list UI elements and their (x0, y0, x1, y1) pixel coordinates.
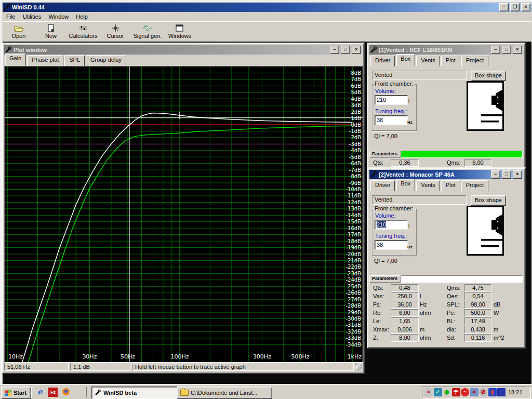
proj1-volume-input[interactable]: 210 (375, 95, 408, 105)
project2-titlebar[interactable]: [2]Vented : Monacor SP 46A − □ × (369, 170, 523, 179)
proj2-box-shape-button[interactable]: Box shape (471, 195, 506, 206)
project2-maximize-button[interactable]: □ (502, 170, 511, 179)
project2-minimize-button[interactable]: − (491, 170, 500, 179)
new-toolbar-button[interactable]: New (35, 22, 67, 43)
proj2-param-value: 0,438 (464, 326, 491, 334)
tab-group-delay[interactable]: Group delay (86, 55, 126, 66)
y-axis-label: 7dB (351, 76, 361, 82)
blocked-sign-tray-icon[interactable]: ⊘ (479, 388, 487, 396)
project1-titlebar[interactable]: [1]Vented : RCF L18/851KN − □ × (369, 45, 523, 55)
proj2-param-label: Xmax: (373, 326, 389, 332)
plot-window: Plot window − □ × GainPhase plotSPLGroup… (2, 43, 365, 374)
avira-umbrella-tray-icon[interactable]: ☂ (452, 388, 460, 396)
proj2-param-unit: ohm (420, 310, 431, 316)
proj1-tab-box[interactable]: Box (396, 54, 415, 66)
proj2-param-unit: l (420, 293, 421, 299)
menu-window[interactable]: Window (45, 13, 72, 20)
tab-spl[interactable]: SPL (64, 55, 85, 66)
proj2-param-value: 6,00 (391, 309, 419, 317)
wireless-tray-icon[interactable]: ◉ (443, 388, 451, 396)
proj2-param-unit: Hz (420, 301, 427, 308)
plot-close-button[interactable]: × (352, 46, 361, 54)
signal-gen-toolbar-button[interactable]: Signal gen. (131, 22, 164, 43)
battery-monitor-tray-icon[interactable]: ▮ (488, 388, 497, 396)
plot-window-title: Plot window (14, 47, 328, 53)
proj1-tab-driver[interactable]: Driver (370, 56, 395, 66)
curve-green[interactable] (26, 126, 352, 362)
winisd-window-icon (370, 171, 377, 179)
project2-title: [2]Vented : Monacor SP 46A (379, 171, 489, 178)
proj2-volume-input[interactable]: 210 (375, 220, 408, 230)
y-axis-label: -29dB (345, 310, 361, 315)
proj1-param-label: Qts: (373, 159, 383, 166)
y-axis-label: -5dB (349, 154, 361, 160)
proj2-tab-driver[interactable]: Driver (370, 180, 395, 191)
tab-phase-plot[interactable]: Phase plot (27, 55, 63, 66)
y-axis-label: -23dB (345, 271, 361, 276)
y-axis-label: 0dB (351, 122, 361, 128)
proj1-front-chamber-label: Front chamber: (374, 81, 415, 87)
plot-minimize-button[interactable]: − (330, 46, 339, 54)
proj1-tab-plot[interactable]: Plot (441, 56, 460, 66)
project1-maximize-button[interactable]: □ (502, 46, 511, 54)
project1-title: [1]Vented : RCF L18/851KN (379, 47, 489, 53)
y-axis-label: 8dB (351, 70, 361, 76)
proj1-box-shape-button[interactable]: Box shape (471, 71, 506, 81)
proj2-param-value: 17,49 (464, 317, 491, 325)
main-titlebar[interactable]: WinISD 0.44 − ❐ × (3, 3, 531, 12)
y-axis-label: -13dB (345, 206, 361, 211)
open-icon (14, 23, 24, 33)
y-axis-label: -4dB (349, 148, 361, 153)
proj2-tab-box[interactable]: Box (396, 179, 415, 191)
firefox-quicklaunch-icon[interactable] (61, 388, 71, 397)
proj1-tab-project[interactable]: Project (461, 56, 488, 66)
proj2-param-value: 0,54 (464, 292, 491, 300)
menu-file[interactable]: File (3, 13, 19, 20)
main-minimize-button[interactable]: − (499, 3, 509, 11)
proj2-tuning-input[interactable]: 38 (375, 240, 408, 250)
calculators-toolbar-button[interactable]: Calculators (67, 22, 99, 43)
sync-cube-tray-icon[interactable]: ✓ (434, 388, 442, 396)
tab-gain[interactable]: Gain (5, 54, 26, 66)
y-axis-label: -12dB (345, 200, 361, 205)
gain-chart[interactable]: 8dB7dB6dB5dB4dB3dB2dB1dB0dB-1dB-2dB-3dB-… (5, 66, 363, 362)
proj2-param-unit: m (420, 326, 424, 332)
cursor-toolbar-button[interactable]: Cursor (99, 22, 131, 43)
open-toolbar-button[interactable]: Open (3, 22, 35, 43)
task-1-label: WinISD beta (103, 390, 137, 396)
signal-gen-icon (142, 23, 153, 33)
task-2-button[interactable]: C:\Dokumente und Einst... (177, 387, 272, 399)
proj2-tab-plot[interactable]: Plot (441, 180, 460, 191)
resize-grip[interactable] (355, 363, 362, 371)
filezilla-quicklaunch-icon[interactable]: Fz (48, 388, 58, 397)
plot-window-titlebar[interactable]: Plot window − □ × (4, 45, 362, 55)
proj2-param-label: Pe: (447, 310, 456, 316)
blue-book-tray-icon[interactable]: ≡ (497, 388, 506, 396)
plot-maximize-button[interactable]: □ (341, 46, 350, 54)
y-axis-label: -28dB (345, 303, 361, 309)
proj2-volume-unit: l (408, 223, 409, 229)
project2-close-button[interactable]: × (513, 170, 522, 179)
task-1-button[interactable]: WinISD beta (91, 387, 181, 399)
project1-close-button[interactable]: × (513, 46, 522, 54)
proj1-volume-unit: l (408, 99, 409, 104)
proj1-tab-vents[interactable]: Vents (416, 56, 440, 66)
antivirus-ball-tray-icon[interactable]: ~ (461, 388, 469, 396)
proj1-tuning-input[interactable]: 38 (375, 115, 408, 125)
proj2-tab-project[interactable]: Project (461, 180, 488, 191)
network-error-tray-icon[interactable]: × (470, 388, 478, 396)
start-button[interactable]: Start (1, 387, 31, 399)
device-remove-tray-icon[interactable]: × (424, 388, 433, 396)
main-close-button[interactable]: × (521, 3, 530, 11)
plot-area[interactable]: 8dB7dB6dB5dB4dB3dB2dB1dB0dB-1dB-2dB-3dB-… (4, 66, 363, 363)
proj2-tab-vents[interactable]: Vents (416, 180, 440, 191)
project1-minimize-button[interactable]: − (491, 46, 500, 54)
main-restore-button[interactable]: ❐ (510, 3, 520, 11)
internet-explorer-quicklaunch-icon[interactable]: e (35, 388, 45, 397)
menu-utilities[interactable]: Utilities (19, 13, 45, 20)
windows-toolbar-button[interactable]: Windows (164, 22, 196, 43)
y-axis-label: 3dB (351, 102, 361, 108)
proj1-tuning-label: Tuning freq.: (375, 108, 407, 114)
y-axis-label: -24dB (345, 277, 361, 283)
menu-help[interactable]: Help (72, 13, 91, 20)
